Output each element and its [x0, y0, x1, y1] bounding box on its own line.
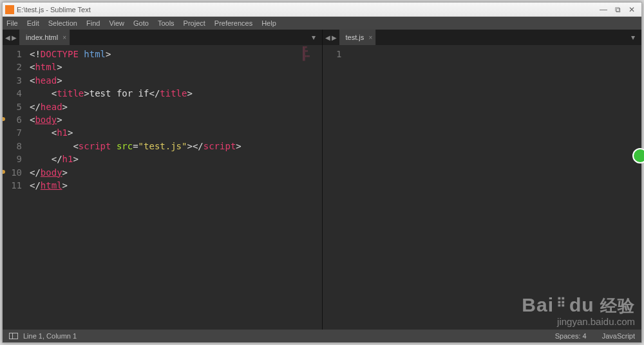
menu-help[interactable]: Help: [261, 19, 276, 27]
menu-file[interactable]: File: [6, 19, 18, 27]
panel-switch-icon[interactable]: [9, 333, 18, 339]
menu-tools[interactable]: Tools: [158, 19, 175, 27]
menubar: File Edit Selection Find View Goto Tools…: [3, 17, 641, 30]
editor-right[interactable]: 1: [323, 45, 642, 330]
menu-selection[interactable]: Selection: [48, 19, 77, 27]
gutter-right: 1: [323, 45, 347, 330]
titlebar: E:\test.js - Sublime Text — ⧉ ✕: [3, 3, 641, 17]
editor-left[interactable]: 1234567891011 <!DOCTYPE html> <html> <he…: [3, 45, 322, 330]
menu-preferences[interactable]: Preferences: [214, 19, 252, 27]
tabbar-right: ◀▶ test.js × ▾: [323, 30, 642, 45]
menu-view[interactable]: View: [109, 19, 124, 27]
status-syntax[interactable]: JavaScript: [602, 332, 635, 340]
app-window: E:\test.js - Sublime Text — ⧉ ✕ File Edi…: [2, 2, 642, 343]
tabs-overflow-caret[interactable]: ▾: [305, 30, 322, 45]
status-indent[interactable]: Spaces: 4: [555, 332, 587, 340]
tab-test-js[interactable]: test.js ×: [339, 30, 377, 45]
status-position[interactable]: Line 1, Column 1: [23, 332, 77, 340]
statusbar: Line 1, Column 1 Spaces: 4 JavaScript: [3, 330, 641, 342]
menu-project[interactable]: Project: [184, 19, 205, 27]
close-icon[interactable]: ×: [62, 34, 66, 41]
close-button[interactable]: ✕: [629, 5, 635, 14]
tab-label: index.html: [26, 33, 58, 41]
tabs-overflow-caret[interactable]: ▾: [625, 30, 641, 45]
workspace: ◀▶ index.html × ▾ 1234567891011 <!DOCTYP…: [3, 30, 641, 330]
menu-edit[interactable]: Edit: [27, 19, 39, 27]
minimap[interactable]: ████████████████████████████████████████…: [303, 46, 319, 72]
tab-label: test.js: [346, 33, 365, 41]
side-badge: [632, 148, 644, 163]
menu-find[interactable]: Find: [86, 19, 100, 27]
gutter-left: 1234567891011: [3, 45, 27, 330]
window-title: E:\test.js - Sublime Text: [17, 6, 600, 14]
code-right[interactable]: [347, 45, 642, 330]
tabbar-left: ◀▶ index.html × ▾: [3, 30, 322, 45]
maximize-button[interactable]: ⧉: [615, 5, 621, 14]
pane-left: ◀▶ index.html × ▾ 1234567891011 <!DOCTYP…: [3, 30, 322, 330]
tab-nav-arrows[interactable]: ◀▶: [323, 30, 339, 45]
window-controls: — ⧉ ✕: [600, 5, 641, 14]
menu-goto[interactable]: Goto: [133, 19, 149, 27]
close-icon[interactable]: ×: [368, 34, 372, 41]
app-icon: [5, 5, 14, 14]
minimize-button[interactable]: —: [600, 5, 607, 14]
tab-index-html[interactable]: index.html ×: [19, 30, 70, 45]
tab-nav-arrows[interactable]: ◀▶: [3, 30, 19, 45]
pane-right: ◀▶ test.js × ▾ 1: [322, 30, 642, 330]
code-left[interactable]: <!DOCTYPE html> <html> <head> <title>tes…: [27, 45, 322, 330]
